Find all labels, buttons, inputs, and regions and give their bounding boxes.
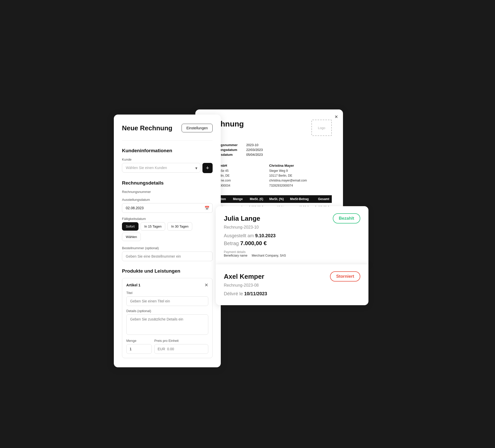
faelligkeitsdatum-field: Fälligkeitsdatum Sofort In 15 Tagen In 3…	[122, 217, 213, 241]
settings-button[interactable]: Einstellungen	[182, 124, 213, 132]
menge-label: Menge	[126, 339, 152, 343]
produkte-section: Produkte und Leistungen Artikel 1 ✕ Tite…	[122, 268, 213, 358]
status-badge-bezahlt: Bezahlt	[333, 213, 360, 223]
invoice-cards-container: Julia Lange Bezahlt Rechnung-2023-10 Aus…	[216, 206, 368, 305]
invoice-card-julia: Julia Lange Bezahlt Rechnung-2023-10 Aus…	[216, 206, 368, 264]
customer-label: Kunde	[122, 158, 213, 161]
payment-details-label: Payment details	[224, 250, 360, 254]
faelligkeits-15tage[interactable]: In 15 Tagen	[141, 222, 166, 231]
beneficiary-value: Merchant Company, SAS	[252, 254, 286, 257]
details-label: Details (optional)	[126, 309, 208, 313]
titel-field: Titel	[126, 291, 208, 306]
details-textarea[interactable]	[126, 314, 208, 335]
invoice-form-panel: Neue Rechnung Einstellungen Kundeninform…	[114, 115, 221, 367]
meta-faelligkeitsdatum-value: 05/04/2023	[246, 153, 263, 157]
card-number-julia: Rechnung-2023-10	[224, 225, 360, 230]
invoice-parties: ACME GmbH Lichterstraße 45 10243 Berlin,…	[207, 164, 332, 188]
details-field: Details (optional)	[126, 309, 208, 336]
faelligkeits-sofort[interactable]: Sofort	[122, 222, 139, 231]
menge-wrapper: Menge	[126, 339, 152, 354]
card-name-axel: Axel Kemper	[224, 273, 264, 281]
card-date-julia: Ausgestellt am 9.10.2023	[224, 233, 360, 239]
bestellnummer-label: Bestellnummer (optional)	[122, 246, 213, 250]
table-header-mwst-eur: MwSt. (€)	[245, 195, 266, 203]
rechnungsdetails-section: Rechnungsdetails Rechnungsnummer Ausstel…	[122, 180, 213, 241]
rechnungsnummer-field: Rechnungsnummer	[122, 190, 213, 194]
customer-select[interactable]: Wählen Sie einen Kunden	[122, 163, 200, 173]
titel-input[interactable]	[126, 296, 208, 306]
recipient-address1: Steger Weg 9	[269, 169, 332, 173]
meta-rechnungsnummer-value: 2023-10	[246, 143, 258, 147]
beneficiary-label: Beneficiary name	[224, 254, 248, 257]
preis-label: Preis pro Einheit	[154, 339, 208, 343]
table-header-mwst-pct: MwSt. (%)	[266, 195, 286, 203]
artikel-card: Artikel 1 ✕ Titel Details (optional) Men	[122, 278, 213, 358]
logo-placeholder: Logo	[311, 120, 332, 136]
faelligkeits-30tage[interactable]: In 30 Tagen	[167, 222, 192, 231]
card-amount-julia: Betrag 7.000,00 €	[224, 240, 360, 247]
status-badge-storniert: Storniert	[330, 271, 360, 282]
recipient-phone: 73282932000074	[269, 183, 332, 188]
recipient-block: Christina Mayer Steger Weg 9 10117 Berli…	[269, 164, 332, 188]
bestellnummer-input[interactable]	[122, 251, 213, 261]
meta-ausstellungsdatum-value: 22/03/2023	[246, 148, 263, 152]
recipient-address2: 10117 Berlin, DE	[269, 173, 332, 178]
invoice-card-axel: Axel Kemper Storniert Rechnung-2023-08 D…	[216, 264, 368, 305]
card-name-julia: Julia Lange	[224, 215, 260, 222]
rechnungsdetails-title: Rechnungsdetails	[122, 180, 213, 186]
faelligkeits-waehlen[interactable]: Wählen	[122, 233, 141, 241]
titel-label: Titel	[126, 291, 208, 295]
add-customer-button[interactable]: +	[202, 163, 213, 173]
customer-section-title: Kundeninformationen	[122, 148, 213, 153]
table-header-gesamt: Gesamt	[311, 195, 332, 203]
produkte-title: Produkte und Leistungen	[122, 268, 213, 274]
card-date-axel: Délivré le 10/11/2023	[224, 291, 360, 297]
ausstellungsdatum-label: Ausstellungsdatum	[122, 198, 213, 202]
ausstellungsdatum-input[interactable]	[122, 203, 213, 213]
customer-section: Kundeninformationen Kunde Wählen Sie ein…	[122, 148, 213, 173]
menge-input[interactable]	[126, 344, 152, 354]
recipient-email: christina.mayer@email.com	[269, 178, 332, 183]
page-title: Neue Rechnung	[122, 124, 172, 132]
card-number-axel: Rechnung-2023-08	[224, 283, 360, 288]
bestellnummer-section: Bestellnummer (optional)	[122, 246, 213, 261]
table-header-menge: Menge	[230, 195, 245, 203]
artikel-title: Artikel 1	[126, 283, 140, 287]
preis-input[interactable]	[154, 344, 208, 354]
table-header-mwst-betrag: MwSt-Betrag	[286, 195, 311, 203]
rechnungsnummer-label: Rechnungsnummer	[122, 190, 213, 194]
faelligkeitsdatum-label: Fälligkeitsdatum	[122, 217, 213, 221]
preis-wrapper: Preis pro Einheit	[154, 339, 208, 354]
invoice-meta: Rechnungsnummer 2023-10 Ausstellungsdatu…	[207, 143, 332, 157]
payment-details-mini: Payment details Beneficiary name Merchan…	[224, 250, 360, 257]
faelligkeits-buttons: Sofort In 15 Tagen In 30 Tagen Wählen	[122, 222, 213, 241]
close-preview-button[interactable]: ×	[335, 114, 338, 120]
ausstellungsdatum-field: Ausstellungsdatum 📅	[122, 198, 213, 213]
recipient-name: Christina Mayer	[269, 164, 332, 167]
artikel-close-button[interactable]: ✕	[204, 282, 208, 288]
